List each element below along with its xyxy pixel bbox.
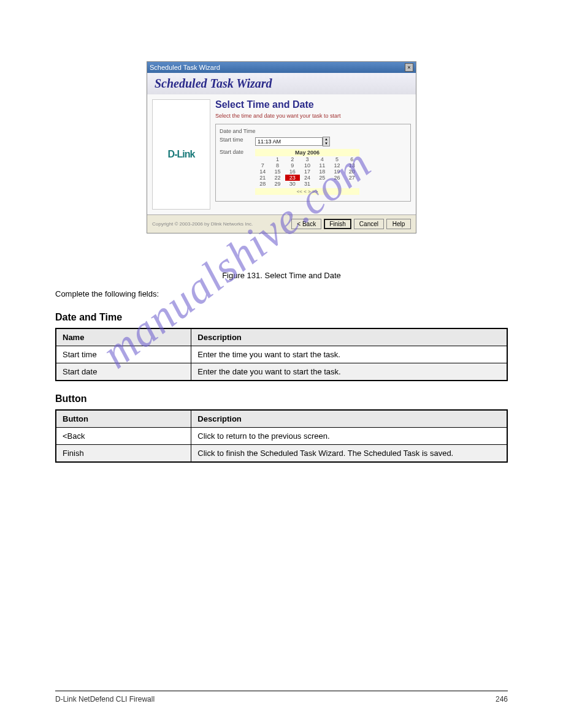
figure-caption: Figure 131. Select Time and Date (55, 270, 508, 281)
calendar-day[interactable]: 30 (285, 181, 300, 187)
brand-logo: D-Link (152, 99, 210, 210)
table2-section-title: Button (55, 393, 508, 404)
calendar-day[interactable]: 4 (315, 156, 329, 162)
calendar-day (345, 181, 359, 187)
calendar-day[interactable]: 19 (329, 169, 344, 175)
step-title: Select Time and Date (215, 99, 411, 110)
calendar-day[interactable]: 13 (345, 162, 359, 169)
wizard-title: Scheduled Task Wizard (155, 77, 408, 91)
wizard-footer: Copyright © 2003-2006 by Dlink Networks … (147, 214, 416, 233)
calendar-day[interactable]: 9 (285, 162, 300, 169)
table1-section-title: Date and Time (55, 312, 508, 323)
calendar-day[interactable]: 24 (300, 175, 315, 181)
calendar-day[interactable]: 28 (255, 181, 270, 187)
step-subtitle: Select the time and date you want your t… (215, 113, 411, 119)
calendar-day[interactable]: 22 (270, 175, 285, 181)
wizard-body: D-Link Select Time and Date Select the t… (147, 94, 416, 214)
wizard-window: Scheduled Task Wizard × Scheduled Task W… (147, 61, 416, 233)
calendar-day[interactable]: 29 (270, 181, 285, 187)
table1-header-desc: Description (191, 328, 507, 346)
close-icon[interactable]: × (405, 63, 413, 72)
table-row: FinishClick to finish the Scheduled Task… (56, 445, 507, 463)
table-row: Start dateEnter the date you want to sta… (56, 363, 507, 381)
calendar-day[interactable]: 27 (345, 175, 359, 181)
table-row: <BackClick to return to the previous scr… (56, 428, 507, 445)
table-cell: Click to finish the Scheduled Task Wizar… (191, 445, 507, 463)
calendar-day[interactable]: 8 (270, 162, 285, 169)
calendar-day (329, 181, 344, 187)
calendar-day[interactable]: 25 (315, 175, 329, 181)
calendar-day[interactable]: 7 (255, 162, 270, 169)
calendar-day[interactable]: 10 (300, 162, 315, 169)
calendar-day[interactable]: 21 (255, 175, 270, 181)
copyright-text: Copyright © 2003-2006 by Dlink Networks … (152, 221, 253, 227)
calendar-month: May 2006 (255, 149, 359, 156)
titlebar: Scheduled Task Wizard × (147, 62, 416, 73)
table-cell: <Back (56, 428, 191, 445)
calendar-day[interactable]: 1 (270, 156, 285, 162)
calendar-day[interactable]: 20 (345, 169, 359, 175)
start-time-input[interactable] (255, 137, 323, 146)
table-cell: Start date (56, 363, 191, 381)
table2-header-button: Button (56, 410, 191, 428)
paragraph-1: Complete the following fields: (55, 289, 508, 300)
calendar-day[interactable]: 5 (329, 156, 344, 162)
back-button[interactable]: < Back (291, 219, 321, 229)
footer-right: 246 (496, 695, 508, 703)
calendar[interactable]: May 2006 1234567891011121314151617181920… (255, 149, 359, 195)
table-row: Start timeEnter the time you want to sta… (56, 346, 507, 363)
calendar-day[interactable]: 18 (315, 169, 329, 175)
finish-button[interactable]: Finish (324, 219, 351, 229)
calendar-day[interactable]: 26 (329, 175, 344, 181)
start-time-label: Start time (220, 137, 250, 143)
calendar-day[interactable]: 2 (285, 156, 300, 162)
table-cell: Enter the time you want to start the tas… (191, 346, 507, 363)
calendar-day[interactable]: 12 (329, 162, 344, 169)
calendar-day[interactable]: 17 (300, 169, 315, 175)
table-cell: Finish (56, 445, 191, 463)
table1-header-name: Name (56, 328, 191, 346)
date-time-table: Name Description Start timeEnter the tim… (55, 328, 508, 381)
calendar-day[interactable]: 16 (285, 169, 300, 175)
calendar-day[interactable]: 3 (300, 156, 315, 162)
button-table: Button Description <BackClick to return … (55, 409, 508, 463)
table2-header-desc: Description (191, 410, 507, 428)
calendar-day (315, 181, 329, 187)
help-button[interactable]: Help (386, 219, 411, 229)
footer-left: D-Link NetDefend CLI Firewall (55, 695, 155, 703)
calendar-day[interactable]: 31 (300, 181, 315, 187)
calendar-day[interactable]: 11 (315, 162, 329, 169)
fieldset-legend: Date and Time (220, 128, 407, 134)
wizard-header: Scheduled Task Wizard (147, 73, 416, 94)
cancel-button[interactable]: Cancel (354, 219, 384, 229)
titlebar-text: Scheduled Task Wizard (150, 64, 220, 71)
calendar-day[interactable]: 6 (345, 156, 359, 162)
page-footer: D-Link NetDefend CLI Firewall 246 (55, 691, 508, 703)
calendar-day[interactable]: 14 (255, 169, 270, 175)
calendar-day[interactable]: 23 (285, 175, 300, 181)
table-cell: Start time (56, 346, 191, 363)
table-cell: Enter the date you want to start the tas… (191, 363, 507, 381)
table-cell: Click to return to the previous screen. (191, 428, 507, 445)
date-time-fieldset: Date and Time Start time ▲▼ Start date M… (215, 124, 411, 202)
calendar-day (255, 156, 270, 162)
calendar-nav[interactable]: << < > >> (255, 188, 359, 195)
calendar-day[interactable]: 15 (270, 169, 285, 175)
start-date-label: Start date (220, 149, 250, 155)
time-spinner[interactable]: ▲▼ (323, 137, 330, 146)
